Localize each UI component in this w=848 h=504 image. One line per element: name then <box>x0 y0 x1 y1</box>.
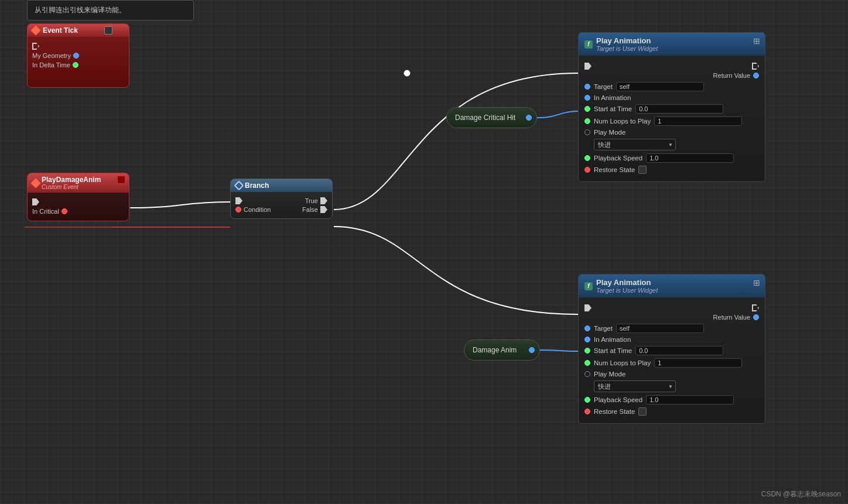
play-anim-2-restore-dot[interactable] <box>584 409 590 414</box>
play-anim-2-speed-dot[interactable] <box>584 397 590 403</box>
in-delta-time-dot[interactable] <box>73 62 78 68</box>
play-anim-1-dropdown-row: 快进 正向 反向 弹跳 <box>584 139 759 150</box>
play-anim-1-subtitle: Target is User Widget <box>596 45 658 52</box>
play-anim-1-speed-label: Playback Speed <box>594 155 642 162</box>
event-tick-node[interactable]: Event Tick My Geometry In Delta Time <box>27 23 129 88</box>
play-anim-2-restore-checkbox[interactable] <box>638 407 647 416</box>
play-damage-close-icon[interactable] <box>117 176 125 184</box>
branch-true-pin[interactable] <box>320 197 327 204</box>
play-anim-2-in-anim-row: In Animation <box>584 336 759 343</box>
play-anim-1-restore-dot[interactable] <box>584 167 590 173</box>
play-damage-diamond-icon <box>31 178 41 188</box>
play-anim-2-exec-in[interactable] <box>584 304 591 311</box>
play-anim-1-loops-input[interactable] <box>654 116 742 126</box>
play-anim-2-corner-icon: ⊞ <box>753 278 760 287</box>
play-anim-2-exec-out[interactable] <box>752 304 759 311</box>
in-delta-time-row: In Delta Time <box>32 61 124 68</box>
play-anim-2-speed-label: Playback Speed <box>594 396 642 403</box>
play-anim-2-start-row: Start at Time <box>584 346 759 355</box>
my-geometry-dot[interactable] <box>73 53 79 59</box>
play-anim-2-restore-label: Restore State <box>594 408 635 415</box>
in-delta-time-label: In Delta Time <box>32 61 70 68</box>
play-anim-1-exec-out[interactable] <box>752 63 759 70</box>
play-anim-1-loops-dot[interactable] <box>584 118 590 124</box>
play-anim-2-return-label: Return Value <box>713 314 750 321</box>
play-damage-header: PlayDamageAnim Custom Event <box>28 173 129 193</box>
play-anim-1-speed-input[interactable] <box>646 153 734 163</box>
branch-exec-in[interactable] <box>235 197 242 204</box>
play-anim-2-mode-row: Play Mode <box>584 371 759 378</box>
play-damage-anim-node[interactable]: PlayDamageAnim Custom Event In Critical <box>27 173 129 221</box>
play-anim-2-speed-input[interactable] <box>646 395 734 404</box>
play-anim-1-speed-row: Playback Speed <box>584 153 759 163</box>
play-anim-1-return-label: Return Value <box>713 72 750 79</box>
damage-critical-dot[interactable] <box>526 115 532 121</box>
play-anim-1-target-label: Target <box>594 83 613 90</box>
play-anim-2-target-dot[interactable] <box>584 325 590 331</box>
play-damage-exec-pin[interactable] <box>32 198 39 205</box>
play-anim-2-speed-row: Playback Speed <box>584 395 759 404</box>
event-tick-header: Event Tick <box>28 24 129 37</box>
exec-out-pin[interactable] <box>32 43 39 50</box>
play-anim-2-in-anim-label: In Animation <box>594 336 631 343</box>
play-anim-2-loops-input[interactable] <box>654 358 742 368</box>
damage-anim-node[interactable]: Damage Anim <box>464 340 540 361</box>
svg-point-0 <box>404 70 410 76</box>
play-anim-2-mode-label: Play Mode <box>594 371 625 378</box>
play-anim-1-start-dot[interactable] <box>584 106 590 112</box>
my-geometry-row: My Geometry <box>32 52 124 59</box>
play-anim-2-in-anim-dot[interactable] <box>584 337 590 342</box>
play-anim-2-start-input[interactable] <box>635 346 723 355</box>
event-tick-title: Event Tick <box>43 26 78 35</box>
play-anim-1-target-row: Target <box>584 82 759 91</box>
play-damage-exec-row <box>32 198 124 205</box>
in-critical-dot[interactable] <box>61 208 67 214</box>
play-anim-1-title: Play Animation <box>596 36 658 45</box>
my-geometry-label: My Geometry <box>32 52 71 59</box>
play-anim-1-mode-row: Play Mode <box>584 129 759 136</box>
play-anim-1-in-anim-dot[interactable] <box>584 95 590 101</box>
branch-body: True Condition False <box>231 192 332 218</box>
play-anim-1-return-dot[interactable] <box>753 73 759 78</box>
damage-anim-label: Damage Anim <box>473 346 517 354</box>
damage-anim-dot[interactable] <box>529 347 535 353</box>
branch-node[interactable]: Branch True Condition False <box>230 179 333 219</box>
play-anim-1-header: f Play Animation Target is User Widget ⊞ <box>579 33 765 56</box>
play-anim-1-exec-in[interactable] <box>584 63 591 70</box>
play-anim-2-target-input[interactable] <box>616 324 704 333</box>
play-damage-title: PlayDamageAnim <box>42 176 101 184</box>
branch-cond-left: Condition <box>235 206 271 213</box>
play-anim-1-target-dot[interactable] <box>584 84 590 90</box>
branch-false-pin[interactable] <box>320 206 327 213</box>
play-anim-2-start-label: Start at Time <box>594 347 632 354</box>
play-anim-1-mode-select[interactable]: 快进 正向 反向 弹跳 <box>594 139 676 150</box>
play-damage-subtitle: Custom Event <box>42 184 101 190</box>
play-anim-2-mode-select[interactable]: 快进 正向 反向 弹跳 <box>594 380 676 392</box>
play-anim-1-restore-row: Restore State <box>584 166 759 174</box>
play-anim-2-dropdown-wrapper[interactable]: 快进 正向 反向 弹跳 <box>594 380 676 392</box>
play-anim-1-corner-icon: ⊞ <box>753 36 760 46</box>
exec-out-row <box>32 43 124 50</box>
play-anim-1-f-icon: f <box>584 40 593 49</box>
play-anim-1-dropdown-wrapper[interactable]: 快进 正向 反向 弹跳 <box>594 139 676 150</box>
play-anim-1-speed-dot[interactable] <box>584 155 590 161</box>
branch-false-row: False <box>302 206 327 213</box>
play-anim-2-start-dot[interactable] <box>584 348 590 354</box>
event-tick-body: My Geometry In Delta Time <box>28 37 129 74</box>
play-anim-2-loops-dot[interactable] <box>584 360 590 366</box>
damage-critical-label: Damage Critical Hit <box>455 114 515 122</box>
play-anim-1-target-input[interactable] <box>616 82 704 91</box>
play-anim-2-exec-row <box>584 304 759 311</box>
play-animation-panel-1: f Play Animation Target is User Widget ⊞… <box>578 32 765 182</box>
damage-critical-hit-node[interactable]: Damage Critical Hit <box>446 107 537 128</box>
watermark-text: CSDN @暮志未晚season <box>761 490 841 498</box>
play-anim-1-restore-checkbox[interactable] <box>638 166 647 174</box>
branch-condition-row: Condition False <box>235 206 327 213</box>
play-anim-1-start-input[interactable] <box>635 104 723 114</box>
play-anim-2-return-dot[interactable] <box>753 314 759 320</box>
branch-condition-dot[interactable] <box>235 207 241 212</box>
play-anim-2-loops-label: Num Loops to Play <box>594 359 651 366</box>
tooltip-node: 从引脚连出引线来编译功能。 <box>27 0 194 20</box>
branch-false-label: False <box>302 206 318 213</box>
play-animation-panel-2: f Play Animation Target is User Widget ⊞… <box>578 274 765 424</box>
